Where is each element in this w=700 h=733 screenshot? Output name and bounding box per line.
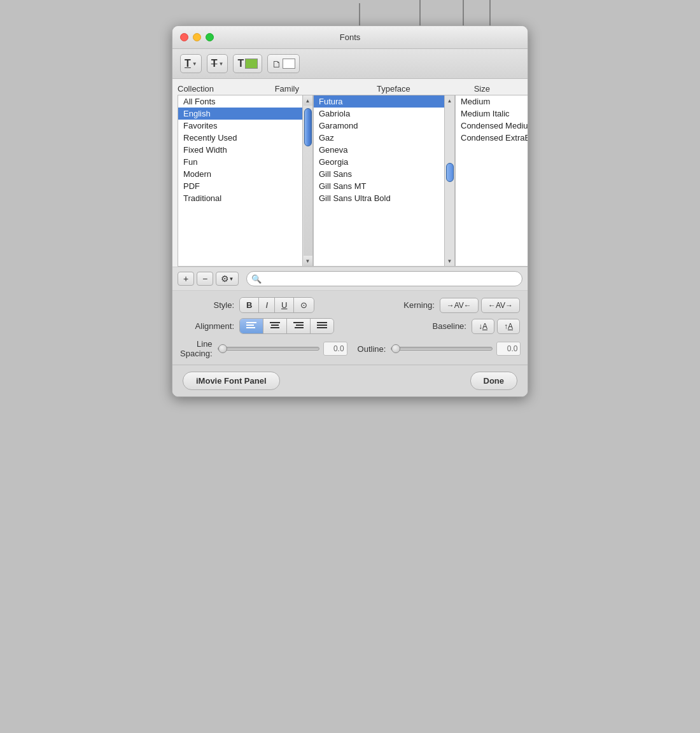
svg-rect-11 [296, 325, 304, 326]
outline-slider[interactable] [391, 347, 493, 351]
family-list[interactable]: Futura Gabriola Garamond Gaz Geneva Geor… [313, 95, 445, 267]
collection-list[interactable]: All Fonts English Favorites Recently Use… [178, 95, 303, 267]
list-item-medium[interactable]: Medium [456, 95, 528, 108]
baseline-raise-button[interactable]: ↑A [497, 319, 520, 334]
list-item-garamond[interactable]: Garamond [314, 120, 444, 132]
annotations-svg [172, 0, 528, 25]
alignment-label: Alignment: [180, 321, 234, 331]
circle-button[interactable]: ⊙ [294, 298, 314, 312]
list-item-geneva[interactable]: Geneva [314, 144, 444, 156]
size-header: Size [474, 84, 522, 94]
columns-container: All Fonts English Favorites Recently Use… [178, 95, 522, 267]
bottom-buttons: iMovie Font Panel Done [172, 365, 528, 396]
family-scrollbar[interactable]: ▲ ▼ [445, 95, 455, 267]
family-scroll-down[interactable]: ▼ [445, 256, 454, 266]
scroll-down-arrow[interactable]: ▼ [304, 256, 312, 266]
search-wrapper: 🔍 [246, 271, 522, 286]
list-item-english[interactable]: English [178, 108, 302, 120]
list-item-condensed-medium[interactable]: Condensed Medium [456, 120, 528, 132]
maximize-button[interactable] [206, 33, 214, 41]
scrollbar-thumb[interactable] [304, 108, 312, 146]
family-scrollbar-thumb[interactable] [446, 163, 454, 182]
list-item-fixed-width[interactable]: Fixed Width [178, 144, 302, 156]
kerning-loosen-button[interactable]: ←AV→ [481, 298, 520, 313]
outline-value: 0.0 [496, 342, 521, 356]
align-justify-button[interactable] [311, 319, 333, 333]
list-item-favorites[interactable]: Favorites [178, 120, 302, 132]
baseline-lower-button[interactable]: ↓A [472, 319, 494, 334]
gear-icon: ⚙ [221, 274, 229, 284]
list-item-modern[interactable]: Modern [178, 168, 302, 180]
align-justify-icon [317, 321, 327, 329]
line-spacing-slider[interactable] [218, 347, 319, 351]
outline-label: Outline: [358, 344, 386, 354]
list-item-gabriola[interactable]: Gabriola [314, 108, 444, 120]
style-area: Style: B I U ⊙ Kerning: →AV← ←AV→ [172, 291, 528, 365]
outline-slider-row: 0.0 [391, 342, 521, 356]
typeface-list[interactable]: Medium Medium Italic Condensed Medium Co… [455, 95, 528, 267]
font-color-button[interactable]: T [233, 54, 262, 73]
col-headers: Collection Family Typeface Size [178, 84, 522, 95]
list-item-gaz[interactable]: Gaz [314, 132, 444, 144]
search-input[interactable] [246, 271, 522, 286]
svg-rect-6 [246, 327, 255, 328]
add-collection-button[interactable]: + [178, 272, 194, 286]
imovie-font-panel-button[interactable]: iMovie Font Panel [183, 372, 280, 390]
family-scroll-up[interactable]: ▲ [445, 95, 454, 106]
document-color-button[interactable]: 🗋 [267, 54, 300, 73]
align-left-button[interactable] [240, 319, 263, 333]
typeface-header: Typeface [377, 84, 474, 94]
alignment-button-group [239, 318, 334, 334]
svg-rect-7 [270, 322, 280, 323]
collection-header: Collection [178, 84, 275, 94]
dropdown-arrow-icon: ▼ [192, 61, 197, 67]
kerning-label: Kerning: [390, 300, 435, 310]
list-item-gillsans-ultra[interactable]: Gill Sans Ultra Bold [314, 192, 444, 204]
kerning-tighten-button[interactable]: →AV← [440, 298, 479, 313]
collection-scrollbar[interactable]: ▲ ▼ [303, 95, 313, 267]
svg-rect-13 [317, 322, 327, 323]
list-item-gillsans[interactable]: Gill Sans [314, 168, 444, 180]
strikethrough-icon: T [211, 58, 218, 69]
minimize-button[interactable] [193, 33, 201, 41]
done-button[interactable]: Done [470, 372, 518, 390]
line-spacing-row: Line Spacing: 0.0 Outline: 0.0 [180, 339, 520, 358]
underline-button[interactable]: U [275, 298, 294, 312]
close-button[interactable] [180, 33, 188, 41]
list-item-futura[interactable]: Futura [314, 95, 444, 108]
text-strikethrough-button[interactable]: T ▼ [207, 54, 228, 73]
list-item-medium-italic[interactable]: Medium Italic [456, 108, 528, 120]
bottom-toolbar: + − ⚙ ▼ 🔍 [172, 267, 528, 291]
gear-dropdown-arrow: ▼ [229, 276, 234, 282]
italic-button[interactable]: I [259, 298, 275, 312]
line-spacing-value: 0.0 [323, 342, 347, 356]
svg-rect-12 [295, 327, 304, 328]
gear-menu-button[interactable]: ⚙ ▼ [216, 272, 239, 286]
traffic-lights [180, 33, 214, 41]
list-item[interactable]: All Fonts [178, 95, 302, 108]
align-center-icon [270, 321, 280, 329]
list-item-georgia[interactable]: Georgia [314, 156, 444, 168]
remove-collection-button[interactable]: − [197, 272, 213, 286]
list-item-fun[interactable]: Fun [178, 156, 302, 168]
window-title: Fonts [340, 32, 361, 42]
search-icon: 🔍 [251, 274, 262, 284]
align-right-button[interactable] [287, 319, 311, 333]
list-item-traditional[interactable]: Traditional [178, 192, 302, 204]
svg-rect-10 [293, 322, 304, 323]
bold-button[interactable]: B [240, 298, 259, 312]
list-item-gillsansmt[interactable]: Gill Sans MT [314, 180, 444, 192]
scroll-up-arrow[interactable]: ▲ [304, 95, 312, 106]
dropdown-arrow-icon: ▼ [218, 61, 223, 67]
list-item-condensed-extrabo[interactable]: Condensed ExtraBo [456, 132, 528, 144]
columns-area: Collection Family Typeface Size All Font… [172, 79, 528, 267]
list-item-recently-used[interactable]: Recently Used [178, 132, 302, 144]
kerning-button-group: →AV← ←AV→ [440, 298, 520, 313]
family-header: Family [275, 84, 377, 94]
text-underline-button[interactable]: T ▼ [180, 54, 202, 73]
scrollbar-track[interactable]: ▲ ▼ [304, 95, 312, 266]
svg-rect-4 [246, 322, 256, 323]
align-center-button[interactable] [263, 319, 287, 333]
list-item-pdf[interactable]: PDF [178, 180, 302, 192]
svg-rect-9 [270, 327, 279, 328]
